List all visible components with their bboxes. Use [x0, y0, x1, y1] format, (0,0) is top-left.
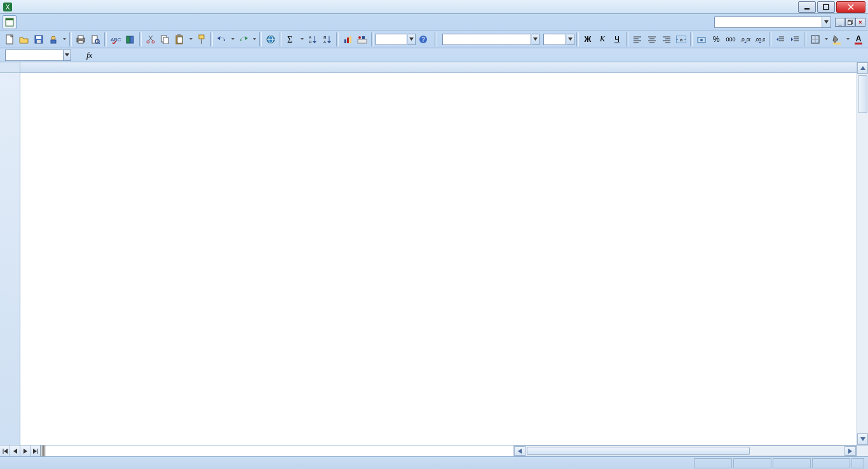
- copy-button[interactable]: [158, 32, 172, 46]
- scroll-down-button[interactable]: [857, 433, 868, 445]
- scroll-up-button[interactable]: [857, 62, 868, 74]
- cells-area[interactable]: [20, 73, 857, 445]
- sort-desc-button[interactable]: ЯА: [320, 32, 334, 46]
- dropdown-icon[interactable]: [844, 38, 851, 40]
- help-button[interactable]: ?: [416, 32, 430, 46]
- svg-rect-35: [177, 37, 182, 43]
- drawing-button[interactable]: [355, 32, 369, 46]
- scroll-thumb[interactable]: [858, 75, 867, 113]
- fill-color-button[interactable]: [830, 32, 844, 46]
- dropdown-icon[interactable]: [229, 38, 236, 40]
- prev-sheet-button[interactable]: [10, 445, 20, 456]
- svg-rect-27: [130, 36, 133, 43]
- svg-rect-56: [347, 37, 349, 43]
- scroll-right-button[interactable]: [844, 446, 856, 456]
- last-sheet-button[interactable]: [31, 445, 41, 456]
- autosum-button[interactable]: Σ: [284, 32, 298, 46]
- svg-marker-117: [848, 449, 852, 454]
- excel-icon: X: [3, 2, 13, 12]
- italic-button[interactable]: К: [595, 32, 609, 46]
- svg-rect-7: [6, 18, 13, 20]
- svg-point-16: [51, 36, 55, 40]
- svg-marker-97: [791, 37, 793, 41]
- chart-wizard-button[interactable]: [341, 32, 355, 46]
- hscroll-thumb[interactable]: [527, 447, 750, 455]
- svg-rect-21: [78, 41, 83, 43]
- align-left-button[interactable]: [630, 32, 644, 46]
- zoom-input[interactable]: [376, 34, 407, 45]
- align-center-button[interactable]: [645, 32, 659, 46]
- dropdown-icon[interactable]: [299, 38, 305, 40]
- minimize-button[interactable]: [798, 1, 816, 13]
- format-painter-button[interactable]: [194, 32, 208, 46]
- dropdown-icon[interactable]: [823, 38, 829, 40]
- doc-close-button[interactable]: ×: [855, 18, 865, 27]
- merge-center-button[interactable]: a: [674, 32, 688, 46]
- doc-minimize-button[interactable]: _: [835, 18, 845, 27]
- font-size-input[interactable]: [543, 34, 566, 45]
- scroll-left-button[interactable]: [514, 446, 526, 456]
- column-headers: [20, 62, 857, 73]
- sort-asc-button[interactable]: АЯ: [306, 32, 320, 46]
- dropdown-icon[interactable]: [187, 38, 194, 40]
- font-size-dropdown[interactable]: [567, 34, 574, 45]
- help-search-input[interactable]: [714, 17, 822, 28]
- currency-button[interactable]: [695, 32, 709, 46]
- workbook-icon[interactable]: [3, 15, 17, 29]
- svg-rect-15: [37, 40, 41, 43]
- decrease-decimal-button[interactable]: ,00,0: [753, 32, 767, 46]
- undo-button[interactable]: [215, 32, 229, 46]
- maximize-button[interactable]: [817, 1, 835, 13]
- permission-button[interactable]: [46, 32, 60, 46]
- percent-button[interactable]: %: [709, 32, 723, 46]
- borders-button[interactable]: [808, 32, 822, 46]
- svg-rect-60: [362, 36, 365, 39]
- hyperlink-button[interactable]: [264, 32, 278, 46]
- formula-input[interactable]: [98, 50, 868, 61]
- svg-rect-3: [824, 4, 829, 10]
- bold-button[interactable]: Ж: [581, 32, 595, 46]
- spellcheck-button[interactable]: ABC: [109, 32, 123, 46]
- comma-button[interactable]: 000: [724, 32, 738, 46]
- cut-button[interactable]: [144, 32, 158, 46]
- svg-text:А: А: [323, 40, 326, 44]
- new-button[interactable]: [3, 32, 17, 46]
- save-button[interactable]: [32, 32, 46, 46]
- svg-text:Я: Я: [323, 36, 326, 39]
- close-button[interactable]: [836, 1, 865, 13]
- formula-bar: fx: [0, 48, 868, 62]
- decrease-indent-button[interactable]: [773, 32, 787, 46]
- increase-indent-button[interactable]: [788, 32, 802, 46]
- zoom-dropdown[interactable]: [408, 34, 416, 45]
- next-sheet-button[interactable]: [20, 445, 31, 456]
- increase-decimal-button[interactable]: ,0,00: [738, 32, 752, 46]
- dropdown-icon[interactable]: [251, 38, 257, 40]
- paste-button[interactable]: [173, 32, 187, 46]
- svg-text:A: A: [856, 34, 862, 43]
- tab-split-handle[interactable]: [41, 445, 46, 456]
- help-search-dropdown[interactable]: [822, 17, 831, 28]
- fx-icon[interactable]: fx: [86, 50, 92, 60]
- statusbar: [0, 456, 868, 469]
- font-color-button[interactable]: A: [851, 32, 865, 46]
- font-name-input[interactable]: [442, 34, 531, 45]
- name-box-dropdown[interactable]: [64, 50, 71, 61]
- font-name-dropdown[interactable]: [532, 34, 539, 45]
- scroll-corner: [857, 445, 868, 456]
- research-button[interactable]: [123, 32, 137, 46]
- vertical-scrollbar[interactable]: [857, 62, 868, 445]
- underline-button[interactable]: Ч: [610, 32, 624, 46]
- print-button[interactable]: [74, 32, 88, 46]
- open-button[interactable]: [17, 32, 31, 46]
- first-sheet-button[interactable]: [0, 445, 10, 456]
- print-preview-button[interactable]: [88, 32, 102, 46]
- svg-marker-113: [24, 449, 27, 454]
- svg-marker-37: [189, 38, 193, 40]
- name-box[interactable]: [5, 50, 64, 61]
- align-right-button[interactable]: [660, 32, 674, 46]
- svg-marker-64: [533, 37, 538, 41]
- select-all-corner[interactable]: [0, 62, 20, 73]
- dropdown-icon[interactable]: [61, 38, 67, 40]
- redo-button[interactable]: [236, 32, 250, 46]
- doc-restore-button[interactable]: [845, 18, 855, 27]
